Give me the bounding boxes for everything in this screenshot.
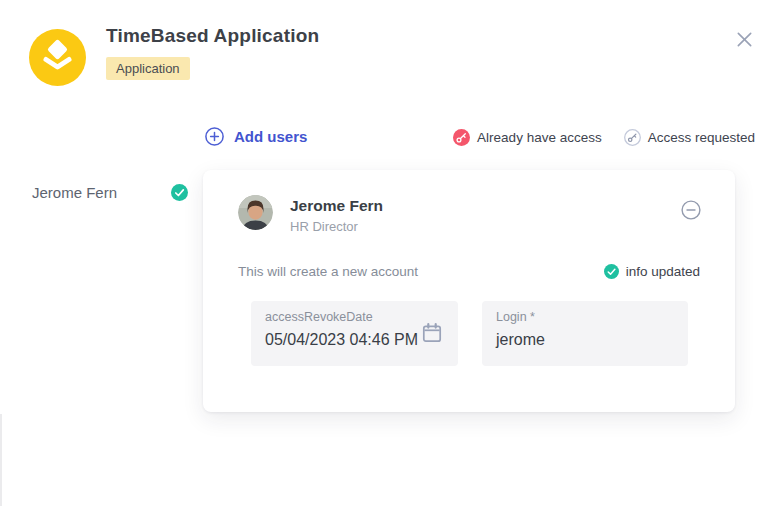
key-icon-outline [624,129,641,146]
check-circle-icon [604,264,619,279]
user-list-item-jerome-fern[interactable]: Jerome Fern [32,184,188,201]
legend-label: Already have access [477,130,602,145]
info-updated-status: info updated [604,264,700,279]
add-users-button[interactable]: Add users [205,127,307,146]
user-detail-card: Jerome Fern HR Director This will create… [203,170,735,412]
plus-circle-icon [205,127,224,146]
legend-label: Access requested [648,130,755,145]
legend-access-requested: Access requested [624,129,755,146]
status-label: info updated [626,264,700,279]
app-logo-layers-icon [29,29,86,86]
field-value: jerome [496,331,674,349]
create-account-note: This will create a new account [238,264,418,279]
remove-user-button[interactable] [681,200,701,220]
application-type-badge: Application [106,57,190,80]
application-access-dialog: TimeBased Application Application Add us… [0,0,763,526]
account-note-row: This will create a new account info upda… [238,264,700,279]
page-title: TimeBased Application [106,25,319,47]
avatar [238,195,273,230]
user-name: Jerome Fern [32,184,117,201]
key-icon-filled [453,129,470,146]
card-user-role: HR Director [290,219,383,234]
card-user-name: Jerome Fern [290,197,383,215]
field-value: 05/04/2023 04:46 PM [265,331,444,349]
field-label: Login * [496,310,674,324]
login-field[interactable]: Login * jerome [482,301,688,366]
left-edge-divider [0,414,2,506]
close-icon [735,30,754,49]
legend-already-have-access: Already have access [453,129,602,146]
field-label: accessRevokeDate [265,310,444,324]
close-button[interactable] [730,25,758,53]
minus-circle-icon [681,200,701,220]
card-header: Jerome Fern HR Director [238,195,383,234]
access-legend: Already have access Access requested [453,129,755,146]
calendar-picker-button[interactable] [421,322,443,344]
check-circle-icon [171,184,188,201]
access-revoke-date-field[interactable]: accessRevokeDate 05/04/2023 04:46 PM [251,301,458,366]
calendar-icon [421,322,443,344]
add-users-label: Add users [234,128,307,145]
